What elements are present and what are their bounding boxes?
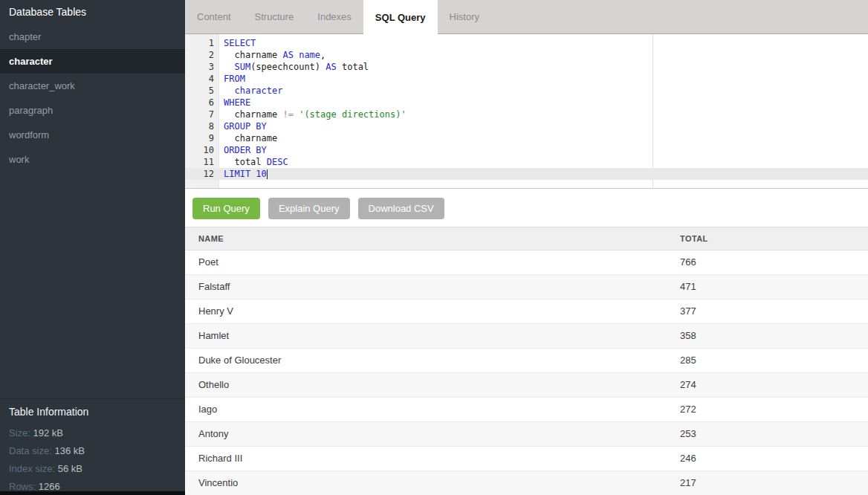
line-number: 9 bbox=[185, 132, 214, 144]
code-line-12[interactable]: 12LIMIT 10 bbox=[185, 168, 868, 180]
line-number: 3 bbox=[185, 61, 214, 73]
code-text: charname AS name, bbox=[214, 49, 326, 61]
token bbox=[224, 62, 234, 72]
cell-name: Vincentio bbox=[198, 471, 238, 495]
token: charname bbox=[224, 133, 277, 143]
tab-sql-query[interactable]: SQL Query bbox=[363, 0, 438, 34]
sidebar-bottom-strip bbox=[0, 491, 185, 495]
line-number: 7 bbox=[185, 109, 214, 120]
cell-name: Antony bbox=[198, 422, 228, 446]
code-line-5[interactable]: 5 character bbox=[185, 85, 868, 97]
tab-bar: ContentStructureIndexesSQL QueryHistory bbox=[185, 0, 868, 34]
table-row: Vincentio217 bbox=[185, 471, 868, 495]
sidebar-item-character_work[interactable]: character_work bbox=[0, 74, 185, 98]
token: 10 bbox=[256, 169, 266, 179]
cell-total: 272 bbox=[680, 398, 696, 421]
sidebar-item-character[interactable]: character bbox=[0, 49, 185, 74]
code-text: FROM bbox=[214, 73, 245, 85]
run-query-button[interactable]: Run Query bbox=[192, 198, 260, 219]
sidebar-title: Database Tables bbox=[0, 0, 185, 25]
tab-structure[interactable]: Structure bbox=[243, 0, 306, 33]
token: total bbox=[337, 62, 369, 72]
cell-total: 217 bbox=[680, 471, 696, 495]
code-text: SELECT bbox=[214, 37, 256, 49]
table-info-rows: Size: 192 kBData size: 136 kBIndex size:… bbox=[0, 424, 185, 495]
line-number: 4 bbox=[185, 73, 214, 85]
line-number: 1 bbox=[185, 37, 214, 49]
token: charname bbox=[224, 109, 282, 120]
code-line-11[interactable]: 11 total DESC bbox=[185, 156, 868, 168]
token: name bbox=[299, 50, 320, 60]
token: FROM bbox=[224, 74, 245, 84]
cell-name: Henry V bbox=[198, 300, 233, 323]
sidebar-item-paragraph[interactable]: paragraph bbox=[0, 98, 185, 123]
code-line-6[interactable]: 6WHERE bbox=[185, 97, 868, 109]
table-info-panel: Table Information Size: 192 kBData size:… bbox=[0, 398, 185, 491]
code-line-8[interactable]: 8GROUP BY bbox=[185, 120, 868, 132]
token: character bbox=[234, 85, 282, 96]
query-actions: Run QueryExplain QueryDownload CSV bbox=[185, 189, 868, 227]
cell-total: 285 bbox=[680, 349, 696, 372]
code-text: WHERE bbox=[214, 97, 250, 109]
token: '(stage directions)' bbox=[299, 109, 407, 120]
info-label: Size: bbox=[9, 427, 33, 439]
code-line-7[interactable]: 7 charname != '(stage directions)' bbox=[185, 109, 868, 120]
code-text: character bbox=[214, 85, 282, 97]
code-line-3[interactable]: 3 SUM(speechcount) AS total bbox=[185, 61, 868, 73]
editor-code[interactable]: 1SELECT2 charname AS name,3 SUM(speechco… bbox=[185, 37, 868, 180]
explain-query-button[interactable]: Explain Query bbox=[268, 198, 350, 219]
token: AS bbox=[326, 62, 336, 72]
cell-name: Poet bbox=[198, 250, 218, 274]
info-value: 192 kB bbox=[33, 427, 63, 439]
code-line-4[interactable]: 4FROM bbox=[185, 73, 868, 85]
results-header-row: NAME TOTAL bbox=[185, 227, 868, 250]
column-header-name: NAME bbox=[198, 227, 224, 250]
table-row: Poet766 bbox=[185, 250, 868, 275]
token: LIMIT bbox=[224, 169, 250, 179]
table-row: Hamlet358 bbox=[185, 324, 868, 349]
results-body: Poet766Falstaff471Henry V377Hamlet358Duk… bbox=[185, 250, 868, 495]
code-text: charname bbox=[214, 132, 277, 144]
tab-content[interactable]: Content bbox=[185, 0, 243, 33]
cell-total: 274 bbox=[680, 373, 696, 397]
line-number: 12 bbox=[185, 168, 214, 180]
sidebar-item-chapter[interactable]: chapter bbox=[0, 25, 185, 49]
cell-total: 471 bbox=[680, 275, 696, 299]
token: ORDER BY bbox=[224, 145, 267, 155]
table-info-row: Size: 192 kB bbox=[0, 424, 185, 442]
info-value: 56 kB bbox=[58, 463, 82, 474]
code-line-9[interactable]: 9 charname bbox=[185, 132, 868, 144]
info-value: 136 kB bbox=[54, 445, 84, 456]
code-text: SUM(speechcount) AS total bbox=[214, 61, 369, 73]
main-panel: ContentStructureIndexesSQL QueryHistory … bbox=[185, 0, 868, 495]
line-number: 5 bbox=[185, 85, 214, 97]
code-text: GROUP BY bbox=[214, 120, 267, 132]
cell-name: Hamlet bbox=[198, 324, 229, 348]
code-text: charname != '(stage directions)' bbox=[214, 109, 407, 120]
token: (speechcount) bbox=[250, 62, 326, 72]
table-row: Falstaff471 bbox=[185, 275, 868, 300]
code-line-1[interactable]: 1SELECT bbox=[185, 37, 868, 49]
sidebar-item-work[interactable]: work bbox=[0, 147, 185, 172]
line-number: 8 bbox=[185, 120, 214, 132]
cell-total: 358 bbox=[680, 324, 696, 348]
sidebar: Database Tables chaptercharactercharacte… bbox=[0, 0, 185, 495]
code-line-10[interactable]: 10ORDER BY bbox=[185, 144, 868, 156]
token: GROUP BY bbox=[224, 121, 267, 132]
tab-indexes[interactable]: Indexes bbox=[305, 0, 363, 33]
token: WHERE bbox=[224, 97, 250, 108]
code-text: ORDER BY bbox=[214, 144, 267, 156]
token: AS bbox=[282, 50, 293, 60]
cell-total: 377 bbox=[680, 300, 696, 323]
code-text: LIMIT 10 bbox=[214, 168, 268, 180]
download-csv-button[interactable]: Download CSV bbox=[358, 198, 444, 219]
code-line-2[interactable]: 2 charname AS name, bbox=[185, 49, 868, 61]
table-row: Othello274 bbox=[185, 373, 868, 398]
sidebar-item-wordform[interactable]: wordform bbox=[0, 123, 185, 147]
sql-editor[interactable]: 1SELECT2 charname AS name,3 SUM(speechco… bbox=[185, 34, 868, 189]
tab-history[interactable]: History bbox=[438, 0, 491, 33]
info-label: Rows: bbox=[9, 481, 39, 492]
token: , bbox=[320, 50, 326, 60]
table-info-row: Data size: 136 kB bbox=[0, 442, 185, 460]
text-cursor bbox=[267, 169, 268, 179]
